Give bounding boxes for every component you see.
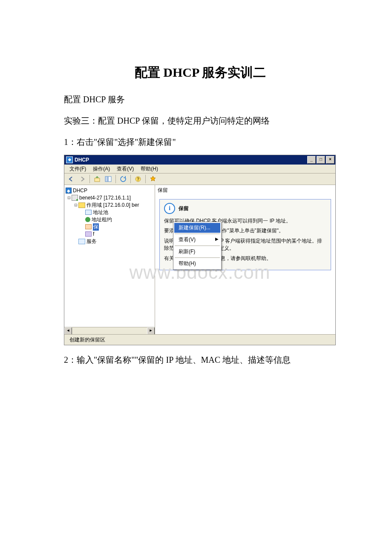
tree-scope-label: 作用域 [172.16.0.0] ber bbox=[86, 202, 139, 209]
show-hide-tree-button[interactable] bbox=[103, 174, 113, 184]
tree-pane[interactable]: ◆ DHCP ⊟ benet4-27 [172.16.1.1] ⊟ 作用域 [1… bbox=[64, 185, 155, 334]
menu-separator bbox=[175, 257, 220, 258]
back-button[interactable] bbox=[66, 174, 76, 184]
svg-text:?: ? bbox=[137, 177, 139, 182]
lease-icon bbox=[85, 217, 90, 222]
dhcp-icon: ◆ bbox=[66, 188, 72, 194]
menubar: 文件(F) 操作(A) 查看(V) 帮助(H) bbox=[64, 165, 335, 173]
doc-line-4: 2：输入"保留名称""保留的 IP 地址、MAC 地址、描述等信息 bbox=[64, 350, 337, 369]
pool-icon bbox=[85, 210, 92, 215]
status-text: 创建新的保留区 bbox=[67, 336, 161, 343]
folder-open-icon bbox=[78, 202, 85, 208]
titlebar[interactable]: ◆ DHCP _ □ × bbox=[64, 155, 335, 165]
tree-server-options-label: 服务 bbox=[86, 238, 97, 245]
maximize-button[interactable]: □ bbox=[317, 156, 325, 164]
toolbar-separator bbox=[130, 175, 131, 183]
tree-horizontal-scrollbar[interactable]: ◄ ► bbox=[64, 327, 155, 334]
tree-server-options[interactable]: 服务 bbox=[65, 238, 154, 245]
tree-address-pool[interactable]: 地址池 bbox=[65, 209, 154, 216]
tree-lease-label: 地址租约 bbox=[92, 216, 112, 223]
menu-new-reservation[interactable]: 新建保留(R)... bbox=[174, 223, 220, 233]
expand-icon[interactable]: ⊟ bbox=[74, 202, 78, 208]
minimize-button[interactable]: _ bbox=[307, 156, 316, 164]
menu-view[interactable]: 查看(V) bbox=[113, 165, 137, 173]
tree-reservation[interactable]: 保 bbox=[65, 223, 154, 230]
tree-scope-options[interactable]: f bbox=[65, 231, 154, 237]
tree-pool-label: 地址池 bbox=[93, 209, 108, 216]
tree-root-dhcp[interactable]: ◆ DHCP bbox=[65, 187, 154, 194]
toolbar-separator bbox=[145, 175, 146, 183]
action-star-button[interactable] bbox=[148, 174, 158, 184]
tree-server-label: benet4-27 [172.16.1.1] bbox=[79, 195, 131, 201]
toolbar-separator bbox=[89, 175, 90, 183]
tree-reservation-label-cut: 保 bbox=[93, 223, 99, 231]
menu-view-label: 查看(V) bbox=[179, 237, 196, 243]
menu-view[interactable]: 查看(V) ▶ bbox=[174, 235, 220, 245]
doc-line-2: 实验三：配置 DHCP 保留，使特定用户访问特定的网络 bbox=[64, 111, 337, 130]
expand-icon[interactable]: ⊟ bbox=[67, 195, 71, 201]
svg-rect-2 bbox=[108, 176, 111, 182]
info-icon: i bbox=[164, 203, 175, 214]
menu-help[interactable]: 帮助(H) bbox=[137, 165, 161, 173]
server-options-icon bbox=[78, 239, 85, 244]
toolbar-separator bbox=[115, 175, 116, 183]
menu-file[interactable]: 文件(F) bbox=[66, 165, 89, 173]
forward-button[interactable] bbox=[77, 174, 87, 184]
info-title: 保留 bbox=[179, 205, 189, 212]
server-icon bbox=[72, 195, 78, 201]
statusbar: 创建新的保留区 bbox=[64, 334, 335, 345]
toolbar: ? bbox=[64, 173, 335, 185]
detail-header: 保留 bbox=[155, 185, 335, 196]
window-title: DHCP bbox=[75, 157, 307, 163]
doc-line-3: 1：右击"保留"选择"新建保留" bbox=[64, 133, 337, 151]
doc-title: 配置 DHCP 服务实训二 bbox=[64, 64, 337, 81]
menu-separator bbox=[175, 234, 220, 234]
reservation-icon bbox=[85, 224, 92, 229]
menu-help[interactable]: 帮助(H) bbox=[174, 259, 220, 269]
scroll-left-button[interactable]: ◄ bbox=[64, 327, 72, 334]
refresh-button[interactable] bbox=[118, 174, 128, 184]
tree-server[interactable]: ⊟ benet4-27 [172.16.1.1] bbox=[65, 194, 154, 201]
menu-refresh[interactable]: 刷新(F) bbox=[174, 247, 220, 257]
submenu-arrow-icon: ▶ bbox=[215, 237, 219, 241]
tree-root-label: DHCP bbox=[73, 188, 87, 194]
tree-address-lease[interactable]: 地址租约 bbox=[65, 216, 154, 223]
dhcp-mmc-window: ◆ DHCP _ □ × 文件(F) 操作(A) 查看(V) 帮助(H) bbox=[64, 155, 336, 345]
tree-reservation-cut: f bbox=[93, 231, 94, 237]
app-icon: ◆ bbox=[66, 156, 73, 163]
menu-separator bbox=[175, 246, 220, 246]
scroll-right-button[interactable]: ► bbox=[147, 327, 155, 334]
svg-rect-0 bbox=[95, 178, 100, 182]
options-icon bbox=[85, 231, 92, 237]
help-button[interactable]: ? bbox=[133, 174, 143, 184]
up-button[interactable] bbox=[92, 174, 102, 184]
menu-action[interactable]: 操作(A) bbox=[89, 165, 113, 173]
context-menu: 新建保留(R)... 查看(V) ▶ 刷新(F) 帮助(H) bbox=[173, 222, 222, 270]
close-button[interactable]: × bbox=[326, 156, 334, 164]
tree-scope[interactable]: ⊟ 作用域 [172.16.0.0] ber bbox=[65, 202, 154, 208]
doc-line-1: 配置 DHCP 服务 bbox=[64, 90, 337, 109]
svg-rect-1 bbox=[105, 176, 108, 182]
